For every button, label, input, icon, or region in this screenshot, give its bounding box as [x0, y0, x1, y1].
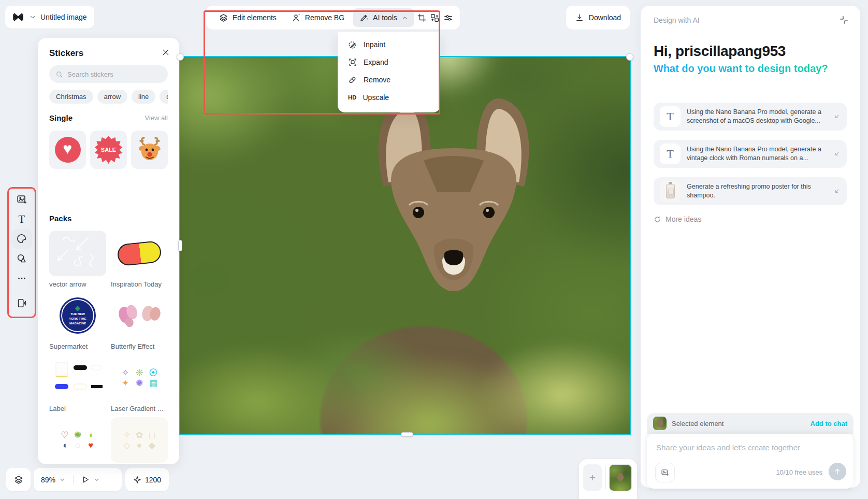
download-label: Download	[589, 13, 621, 22]
selected-element-bar: Selected element Add to chat	[647, 413, 853, 434]
zoom-controls: 89%	[34, 468, 122, 491]
menu-item-label: Inpaint	[364, 40, 385, 49]
send-button[interactable]	[829, 463, 846, 480]
selection-handle-bottom[interactable]	[401, 432, 413, 436]
view-all-link[interactable]: View all	[144, 114, 168, 122]
tag-christmas[interactable]: Christmas	[49, 90, 93, 104]
device-preview-tool[interactable]	[11, 293, 32, 313]
ai-pen-icon	[359, 13, 369, 23]
pack-label[interactable]: Supermarket	[49, 343, 107, 350]
layers-icon	[219, 13, 228, 23]
ai-tools-button[interactable]: AI tools	[353, 8, 414, 27]
free-uses-counter: 10/10 free uses	[776, 468, 822, 476]
sticker-reindeer[interactable]	[131, 131, 168, 169]
zoom-level[interactable]: 89%	[41, 476, 55, 484]
pack-vector-arrow[interactable]	[49, 231, 106, 276]
add-image-tool[interactable]	[11, 190, 32, 209]
butterfly-preview	[113, 297, 165, 334]
search-stickers-input[interactable]	[67, 70, 155, 78]
text-tool[interactable]: T	[11, 209, 32, 229]
more-ideas-button[interactable]: More ideas	[654, 215, 701, 223]
chevron-down-icon[interactable]	[94, 477, 100, 483]
crop-icon	[417, 13, 427, 23]
suggestion-card[interactable]: T Using the Nano Banana Pro model, gener…	[654, 140, 847, 168]
chevron-down-icon[interactable]	[59, 477, 65, 483]
pack-label[interactable]: Laser Gradient Grap...	[111, 405, 169, 412]
sticker-heart[interactable]: ♥	[49, 131, 86, 169]
remove-bg-button[interactable]: Remove BG	[285, 8, 351, 27]
pack-label[interactable]: Label	[49, 405, 107, 412]
chevron-down-icon[interactable]	[29, 13, 36, 21]
tag-line[interactable]: line	[132, 90, 155, 104]
palm-icon: ❉	[75, 305, 81, 312]
add-to-chat-button[interactable]: Add to chat	[811, 420, 848, 427]
pack-label[interactable]: vector arrow	[49, 280, 107, 288]
foreground-bush	[180, 315, 630, 434]
expand-icon	[348, 58, 357, 67]
attach-image-button[interactable]	[655, 463, 675, 482]
pack-laser-gradient[interactable]: ✧❊⦿ ✦✺▦	[111, 355, 168, 401]
sticker-search	[49, 65, 168, 83]
search-icon	[55, 70, 63, 78]
suggestion-card[interactable]: Generate a refreshing promo poster for t…	[654, 177, 847, 205]
tag-arrow[interactable]: arrow	[97, 90, 128, 104]
credits-button[interactable]: 1200	[125, 468, 169, 491]
selection-handle-top-left[interactable]	[177, 53, 184, 61]
add-image-icon	[16, 194, 27, 205]
pack-label[interactable]: Inspiration Today	[111, 280, 169, 288]
menu-item-inpaint[interactable]: Inpaint	[341, 36, 437, 53]
single-section-header: Single View all	[49, 113, 168, 122]
page-dock: +	[579, 459, 637, 499]
download-button[interactable]: Download	[566, 6, 630, 30]
packs-section-header: Packs	[49, 214, 168, 223]
adjust-button[interactable]	[443, 8, 454, 27]
page-thumbnail[interactable]	[609, 464, 632, 491]
paper-cut-preview: ✧✿◻ ◇●◆	[123, 431, 156, 450]
menu-item-remove[interactable]: Remove	[341, 71, 437, 89]
edit-elements-button[interactable]: Edit elements	[212, 8, 283, 27]
replace-icon	[430, 13, 440, 23]
chat-input-box[interactable]: Share your ideas and let's create togeth…	[647, 434, 853, 489]
add-page-button[interactable]: +	[583, 464, 602, 491]
selected-element-thumbnail	[653, 417, 667, 430]
cursor-tool-icon[interactable]	[81, 475, 90, 484]
close-icon[interactable]	[162, 48, 170, 56]
sticker-sale[interactable]: SALE	[90, 131, 127, 169]
menu-item-upscale[interactable]: HD Upscale	[341, 89, 437, 106]
suggestion-card[interactable]: T Using the Nano Banana Pro model, gener…	[654, 103, 847, 131]
pack-label-pack[interactable]	[49, 355, 106, 401]
selection-handle-top-right[interactable]	[626, 53, 633, 61]
collapse-panel-icon[interactable]	[839, 15, 849, 25]
selection-handle-left[interactable]	[178, 240, 182, 251]
suggestion-text: Generate a refreshing promo poster for t…	[687, 182, 827, 200]
stickers-panel-title: Stickers	[49, 48, 83, 59]
canvas-image[interactable]	[180, 57, 630, 434]
text-icon: T	[19, 213, 25, 226]
menu-item-expand[interactable]: Expand	[341, 53, 437, 71]
ai-panel-title: Design with AI	[654, 16, 700, 24]
crop-button[interactable]	[416, 8, 427, 27]
document-header: Untitled image	[5, 6, 94, 28]
eraser-icon	[348, 75, 357, 84]
replace-button[interactable]	[429, 8, 440, 27]
pack-inspiration-today[interactable]	[111, 231, 168, 276]
pack-butterfly-effect[interactable]	[111, 293, 168, 338]
layers-button[interactable]	[6, 468, 31, 491]
app-logo-icon[interactable]	[11, 10, 25, 24]
pack-doodle-stroke[interactable]: ♡✺◖ ◖◌♥	[49, 417, 106, 463]
pack-label[interactable]: Butterfly Effect	[111, 343, 169, 350]
pack-paper-cut[interactable]: ✧✿◻ ◇●◆	[111, 417, 168, 463]
insert-arrow-icon	[833, 150, 841, 158]
chat-placeholder[interactable]: Share your ideas and let's create togeth…	[656, 443, 800, 452]
menu-item-label: Upscale	[363, 93, 389, 102]
packs-heading: Packs	[49, 214, 71, 223]
shapes-tool[interactable]	[11, 249, 32, 268]
send-arrow-icon	[833, 467, 842, 476]
more-tools[interactable]	[11, 268, 32, 288]
toolbar-divider	[12, 291, 31, 291]
pack-supermarket[interactable]: ❉ THE NEW YORK TIME MAGAZINE	[49, 293, 106, 338]
capsule-preview	[117, 240, 162, 267]
document-title[interactable]: Untitled image	[40, 13, 87, 21]
tag-circle[interactable]: circle	[160, 90, 168, 104]
sticker-tool[interactable]	[11, 229, 32, 249]
